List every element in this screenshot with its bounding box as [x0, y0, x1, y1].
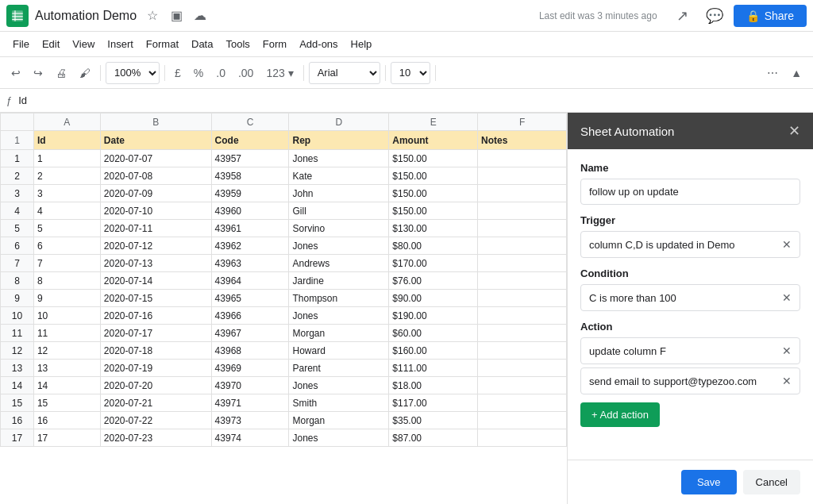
row-num-15[interactable]: 14 [1, 377, 34, 394]
action1-chip[interactable]: update column F ✕ [580, 337, 800, 364]
cell-r8-c2[interactable]: 2020-07-13 [100, 255, 211, 272]
header-cell-5[interactable]: Amount [389, 131, 478, 150]
row-num-17[interactable]: 16 [1, 412, 34, 429]
cell-r15-c5[interactable]: $18.00 [389, 377, 478, 394]
cell-r5-c3[interactable]: 43960 [211, 202, 289, 220]
cell-r15-c6[interactable] [478, 377, 567, 394]
decimal-decrease-button[interactable]: .0 [211, 62, 230, 84]
row-num-11[interactable]: 10 [1, 307, 34, 325]
trigger-chip-remove[interactable]: ✕ [782, 238, 792, 251]
action2-chip[interactable]: send email to support@typezoo.com ✕ [580, 367, 800, 394]
cell-r5-c1[interactable]: 4 [33, 202, 100, 220]
cell-r11-c3[interactable]: 43966 [211, 307, 289, 325]
cell-r3-c1[interactable]: 2 [33, 167, 100, 185]
cell-r17-c5[interactable]: $35.00 [389, 412, 478, 429]
trend-icon[interactable]: ↗ [670, 3, 695, 29]
header-cell-2[interactable]: Date [100, 131, 211, 150]
cell-r16-c1[interactable]: 15 [33, 394, 100, 412]
row-num-18[interactable]: 17 [1, 429, 34, 447]
panel-close-button[interactable]: ✕ [788, 122, 800, 140]
col-header-b[interactable]: B [100, 113, 211, 131]
spreadsheet-area[interactable]: A B C D E F 1IdDateCodeRepAmountNotes112… [0, 113, 567, 504]
cell-r7-c2[interactable]: 2020-07-12 [100, 237, 211, 255]
cell-r15-c4[interactable]: Jones [289, 377, 389, 394]
row-num-4[interactable]: 3 [1, 185, 34, 202]
row-num-6[interactable]: 5 [1, 220, 34, 237]
cell-r3-c4[interactable]: Kate [289, 167, 389, 185]
menu-help[interactable]: Help [345, 35, 379, 53]
condition-chip[interactable]: C is more than 100 ✕ [580, 284, 800, 311]
cell-r12-c4[interactable]: Morgan [289, 325, 389, 342]
print-button[interactable]: 🖨 [51, 62, 71, 84]
cell-r11-c1[interactable]: 10 [33, 307, 100, 325]
collapse-toolbar-button[interactable]: ▲ [786, 62, 807, 84]
cell-r5-c2[interactable]: 2020-07-10 [100, 202, 211, 220]
cell-r5-c4[interactable]: Gill [289, 202, 389, 220]
cell-r17-c2[interactable]: 2020-07-22 [100, 412, 211, 429]
cell-r14-c2[interactable]: 2020-07-19 [100, 360, 211, 377]
cell-r8-c3[interactable]: 43963 [211, 255, 289, 272]
cell-r8-c4[interactable]: Andrews [289, 255, 389, 272]
cell-r6-c6[interactable] [478, 220, 567, 237]
cloud-icon[interactable]: ☁ [191, 6, 210, 25]
cell-r8-c5[interactable]: $170.00 [389, 255, 478, 272]
cell-r8-c6[interactable] [478, 255, 567, 272]
row-num-8[interactable]: 7 [1, 255, 34, 272]
menu-addons[interactable]: Add-ons [293, 35, 344, 53]
cell-r4-c3[interactable]: 43959 [211, 185, 289, 202]
undo-button[interactable]: ↩ [6, 62, 25, 84]
cell-r10-c1[interactable]: 9 [33, 290, 100, 307]
cell-r10-c3[interactable]: 43965 [211, 290, 289, 307]
row-num-7[interactable]: 6 [1, 237, 34, 255]
cell-r17-c6[interactable] [478, 412, 567, 429]
cell-r18-c4[interactable]: Jones [289, 429, 389, 447]
cell-r2-c6[interactable] [478, 150, 567, 167]
col-header-f[interactable]: F [478, 113, 567, 131]
cell-r17-c3[interactable]: 43973 [211, 412, 289, 429]
action2-chip-remove[interactable]: ✕ [782, 375, 792, 387]
cell-r4-c4[interactable]: John [289, 185, 389, 202]
cell-r7-c4[interactable]: Jones [289, 237, 389, 255]
cell-r15-c3[interactable]: 43970 [211, 377, 289, 394]
cell-r11-c6[interactable] [478, 307, 567, 325]
col-header-c[interactable]: C [211, 113, 289, 131]
cell-r2-c2[interactable]: 2020-07-07 [100, 150, 211, 167]
cell-r13-c4[interactable]: Howard [289, 342, 389, 360]
cell-r18-c1[interactable]: 17 [33, 429, 100, 447]
cancel-button[interactable]: Cancel [743, 470, 800, 494]
format-number-button[interactable]: 123 ▾ [261, 62, 298, 84]
percent-button[interactable]: % [189, 62, 208, 84]
cell-r2-c5[interactable]: $150.00 [389, 150, 478, 167]
cell-r17-c1[interactable]: 16 [33, 412, 100, 429]
font-size-select[interactable]: 10 [391, 62, 430, 84]
cell-r16-c6[interactable] [478, 394, 567, 412]
header-cell-6[interactable]: Notes [478, 131, 567, 150]
row-num-header[interactable]: 1 [1, 131, 34, 150]
row-num-16[interactable]: 15 [1, 394, 34, 412]
cell-r16-c5[interactable]: $117.00 [389, 394, 478, 412]
cell-r14-c5[interactable]: $111.00 [389, 360, 478, 377]
cell-r5-c6[interactable] [478, 202, 567, 220]
row-num-12[interactable]: 11 [1, 325, 34, 342]
cell-r9-c3[interactable]: 43964 [211, 272, 289, 290]
cell-r6-c1[interactable]: 5 [33, 220, 100, 237]
cell-r9-c6[interactable] [478, 272, 567, 290]
cell-r5-c5[interactable]: $150.00 [389, 202, 478, 220]
paint-format-button[interactable]: 🖌 [75, 62, 95, 84]
cell-r2-c3[interactable]: 43957 [211, 150, 289, 167]
cell-r4-c6[interactable] [478, 185, 567, 202]
cell-r16-c4[interactable]: Smith [289, 394, 389, 412]
currency-button[interactable]: £ [170, 62, 186, 84]
col-header-e[interactable]: E [389, 113, 478, 131]
redo-button[interactable]: ↪ [29, 62, 48, 84]
cell-r7-c5[interactable]: $80.00 [389, 237, 478, 255]
cell-r3-c3[interactable]: 43958 [211, 167, 289, 185]
decimal-increase-button[interactable]: .00 [233, 62, 258, 84]
cell-r9-c2[interactable]: 2020-07-14 [100, 272, 211, 290]
cell-r13-c3[interactable]: 43968 [211, 342, 289, 360]
row-num-14[interactable]: 13 [1, 360, 34, 377]
cell-r7-c1[interactable]: 6 [33, 237, 100, 255]
font-select[interactable]: Arial [309, 62, 380, 84]
name-input[interactable] [580, 179, 800, 205]
menu-edit[interactable]: Edit [36, 35, 66, 53]
